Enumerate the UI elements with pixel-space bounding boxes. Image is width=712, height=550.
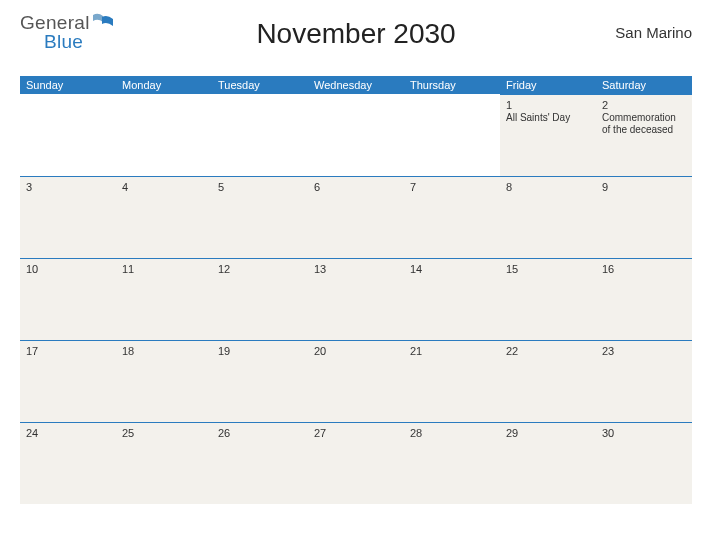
day-event: All Saints' Day xyxy=(506,112,590,124)
day-header-row: Sunday Monday Tuesday Wednesday Thursday… xyxy=(20,76,692,94)
day-cell: 14 xyxy=(404,258,500,340)
day-header: Friday xyxy=(500,76,596,94)
day-cell: 13 xyxy=(308,258,404,340)
day-cell: 17 xyxy=(20,340,116,422)
week-row: 3456789 xyxy=(20,176,692,258)
day-number: 29 xyxy=(506,427,590,439)
logo-wave-icon xyxy=(93,12,113,28)
day-number: 23 xyxy=(602,345,686,357)
day-number: 26 xyxy=(218,427,302,439)
day-number: 12 xyxy=(218,263,302,275)
day-cell xyxy=(20,94,116,176)
day-header: Sunday xyxy=(20,76,116,94)
day-number: 15 xyxy=(506,263,590,275)
day-cell: 23 xyxy=(596,340,692,422)
day-number: 30 xyxy=(602,427,686,439)
day-number: 11 xyxy=(122,263,206,275)
day-cell: 3 xyxy=(20,176,116,258)
day-cell: 2Commemoration of the deceased xyxy=(596,94,692,176)
logo-text-blue: Blue xyxy=(44,31,83,52)
day-cell: 29 xyxy=(500,422,596,504)
day-number: 28 xyxy=(410,427,494,439)
day-number: 8 xyxy=(506,181,590,193)
day-number: 25 xyxy=(122,427,206,439)
day-cell: 11 xyxy=(116,258,212,340)
day-cell: 24 xyxy=(20,422,116,504)
day-cell: 9 xyxy=(596,176,692,258)
day-number: 14 xyxy=(410,263,494,275)
day-number: 4 xyxy=(122,181,206,193)
day-cell: 20 xyxy=(308,340,404,422)
day-number: 24 xyxy=(26,427,110,439)
day-cell: 19 xyxy=(212,340,308,422)
day-cell: 22 xyxy=(500,340,596,422)
day-number: 10 xyxy=(26,263,110,275)
day-cell: 21 xyxy=(404,340,500,422)
week-row: 10111213141516 xyxy=(20,258,692,340)
day-number: 21 xyxy=(410,345,494,357)
day-event: Commemoration of the deceased xyxy=(602,112,686,136)
day-cell: 28 xyxy=(404,422,500,504)
day-cell xyxy=(212,94,308,176)
day-cell: 30 xyxy=(596,422,692,504)
week-row: 1All Saints' Day2Commemoration of the de… xyxy=(20,94,692,176)
day-number: 27 xyxy=(314,427,398,439)
day-cell xyxy=(308,94,404,176)
day-cell: 12 xyxy=(212,258,308,340)
day-number: 20 xyxy=(314,345,398,357)
day-cell: 26 xyxy=(212,422,308,504)
day-cell: 8 xyxy=(500,176,596,258)
day-number: 17 xyxy=(26,345,110,357)
day-cell: 4 xyxy=(116,176,212,258)
day-number: 2 xyxy=(602,99,686,111)
day-cell xyxy=(404,94,500,176)
day-cell: 5 xyxy=(212,176,308,258)
header: General Blue November 2030 San Marino xyxy=(20,12,692,66)
region-label: San Marino xyxy=(615,24,692,41)
day-header: Wednesday xyxy=(308,76,404,94)
day-cell: 27 xyxy=(308,422,404,504)
day-header: Tuesday xyxy=(212,76,308,94)
day-number: 18 xyxy=(122,345,206,357)
day-cell: 25 xyxy=(116,422,212,504)
day-header: Monday xyxy=(116,76,212,94)
day-cell: 16 xyxy=(596,258,692,340)
day-cell: 18 xyxy=(116,340,212,422)
calendar-grid: Sunday Monday Tuesday Wednesday Thursday… xyxy=(20,76,692,504)
day-number: 7 xyxy=(410,181,494,193)
day-number: 19 xyxy=(218,345,302,357)
day-cell xyxy=(116,94,212,176)
day-header: Saturday xyxy=(596,76,692,94)
page-title: November 2030 xyxy=(256,18,455,50)
day-number: 1 xyxy=(506,99,590,111)
day-number: 13 xyxy=(314,263,398,275)
day-number: 6 xyxy=(314,181,398,193)
day-cell: 15 xyxy=(500,258,596,340)
week-row: 24252627282930 xyxy=(20,422,692,504)
day-number: 16 xyxy=(602,263,686,275)
day-number: 5 xyxy=(218,181,302,193)
day-cell: 1All Saints' Day xyxy=(500,94,596,176)
week-row: 17181920212223 xyxy=(20,340,692,422)
day-cell: 6 xyxy=(308,176,404,258)
day-number: 22 xyxy=(506,345,590,357)
day-header: Thursday xyxy=(404,76,500,94)
day-number: 9 xyxy=(602,181,686,193)
day-cell: 10 xyxy=(20,258,116,340)
day-cell: 7 xyxy=(404,176,500,258)
day-number: 3 xyxy=(26,181,110,193)
